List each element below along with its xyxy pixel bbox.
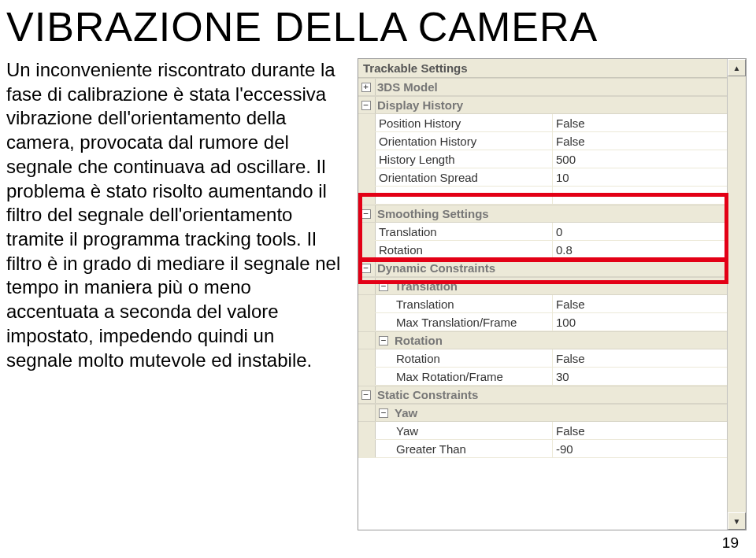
prop-name: Max Rotation/Frame bbox=[376, 368, 553, 385]
prop-name: Greater Than bbox=[376, 440, 553, 457]
collapse-icon[interactable]: − bbox=[358, 97, 376, 113]
vertical-scrollbar[interactable]: ▲ ▼ bbox=[727, 59, 746, 530]
prop-max-translation-frame[interactable]: Max Translation/Frame 100 bbox=[358, 313, 727, 331]
prop-blank bbox=[358, 187, 727, 205]
prop-orientation-spread[interactable]: Orientation Spread 10 bbox=[358, 168, 727, 187]
prop-name: Orientation History bbox=[376, 132, 553, 150]
prop-name: Yaw bbox=[376, 422, 553, 439]
category-label: 3DS Model bbox=[376, 79, 727, 95]
prop-value[interactable]: False bbox=[553, 114, 727, 131]
prop-name: Orientation Spread bbox=[376, 168, 553, 186]
category-smoothing-settings[interactable]: − Smoothing Settings bbox=[358, 205, 727, 223]
body-text: Un inconveniente riscontrato durante la … bbox=[6, 58, 353, 530]
category-label: Yaw bbox=[393, 405, 727, 421]
prop-name: Translation bbox=[376, 223, 553, 240]
prop-value[interactable]: 0 bbox=[553, 223, 727, 240]
property-grid: Trackable Settings + 3DS Model − Display… bbox=[358, 58, 747, 530]
expand-icon[interactable]: + bbox=[358, 79, 376, 95]
collapse-icon[interactable]: − bbox=[358, 386, 376, 403]
prop-rotation-smoothing[interactable]: Rotation 0.8 bbox=[358, 241, 727, 259]
page-title: VIBRAZIONE DELLA CAMERA bbox=[0, 0, 756, 58]
content-area: Un inconveniente riscontrato durante la … bbox=[0, 58, 756, 530]
collapse-icon[interactable]: − bbox=[376, 278, 393, 294]
prop-name: Max Translation/Frame bbox=[376, 313, 553, 331]
prop-name: Translation bbox=[376, 295, 553, 312]
category-label: Rotation bbox=[393, 332, 727, 349]
prop-translation-smoothing[interactable]: Translation 0 bbox=[358, 223, 727, 241]
prop-value[interactable]: 10 bbox=[553, 168, 727, 186]
category-static-constraints[interactable]: − Static Constraints bbox=[358, 386, 727, 404]
collapse-icon[interactable]: − bbox=[358, 260, 376, 276]
prop-name: Position History bbox=[376, 114, 553, 131]
grid-scroll-area: Trackable Settings + 3DS Model − Display… bbox=[358, 59, 727, 530]
prop-max-rotation-frame[interactable]: Max Rotation/Frame 30 bbox=[358, 368, 727, 386]
prop-orientation-history[interactable]: Orientation History False bbox=[358, 132, 727, 150]
prop-name: History Length bbox=[376, 150, 553, 168]
category-display-history[interactable]: − Display History bbox=[358, 96, 727, 114]
prop-history-length[interactable]: History Length 500 bbox=[358, 150, 727, 168]
prop-value[interactable]: False bbox=[553, 132, 727, 150]
scroll-track[interactable] bbox=[728, 76, 746, 512]
scroll-down-icon[interactable]: ▼ bbox=[728, 512, 746, 530]
category-translation[interactable]: − Translation bbox=[358, 277, 727, 295]
collapse-icon[interactable]: − bbox=[376, 332, 393, 349]
prop-yaw-flag[interactable]: Yaw False bbox=[358, 422, 727, 440]
prop-rotation-flag[interactable]: Rotation False bbox=[358, 349, 727, 368]
prop-value bbox=[553, 187, 727, 204]
prop-name: Rotation bbox=[376, 349, 553, 367]
prop-value[interactable]: 0.8 bbox=[553, 241, 727, 258]
prop-translation-flag[interactable]: Translation False bbox=[358, 295, 727, 313]
prop-value[interactable]: 100 bbox=[553, 313, 727, 331]
prop-name: Rotation bbox=[376, 241, 553, 258]
prop-greater-than[interactable]: Greater Than -90 bbox=[358, 440, 727, 458]
category-dynamic-constraints[interactable]: − Dynamic Constraints bbox=[358, 259, 727, 277]
category-label: Display History bbox=[376, 97, 727, 113]
prop-value[interactable]: 30 bbox=[553, 368, 727, 385]
prop-position-history[interactable]: Position History False bbox=[358, 114, 727, 132]
page-number: 19 bbox=[722, 534, 739, 552]
prop-value[interactable]: -90 bbox=[553, 440, 727, 457]
grid-header: Trackable Settings bbox=[358, 59, 727, 78]
property-panel: Trackable Settings + 3DS Model − Display… bbox=[353, 58, 747, 530]
prop-name bbox=[376, 187, 553, 204]
prop-value[interactable]: 500 bbox=[553, 150, 727, 168]
prop-value[interactable]: False bbox=[553, 295, 727, 312]
category-label: Dynamic Constraints bbox=[376, 260, 727, 276]
category-3ds-model[interactable]: + 3DS Model bbox=[358, 78, 727, 96]
prop-value[interactable]: False bbox=[553, 422, 727, 439]
collapse-icon[interactable]: − bbox=[358, 205, 376, 222]
category-yaw[interactable]: − Yaw bbox=[358, 404, 727, 422]
category-label: Smoothing Settings bbox=[376, 205, 727, 222]
category-label: Static Constraints bbox=[376, 386, 727, 403]
scroll-up-icon[interactable]: ▲ bbox=[728, 59, 746, 76]
category-rotation[interactable]: − Rotation bbox=[358, 331, 727, 349]
collapse-icon[interactable]: − bbox=[376, 405, 393, 421]
prop-value[interactable]: False bbox=[553, 349, 727, 367]
category-label: Translation bbox=[393, 278, 727, 294]
